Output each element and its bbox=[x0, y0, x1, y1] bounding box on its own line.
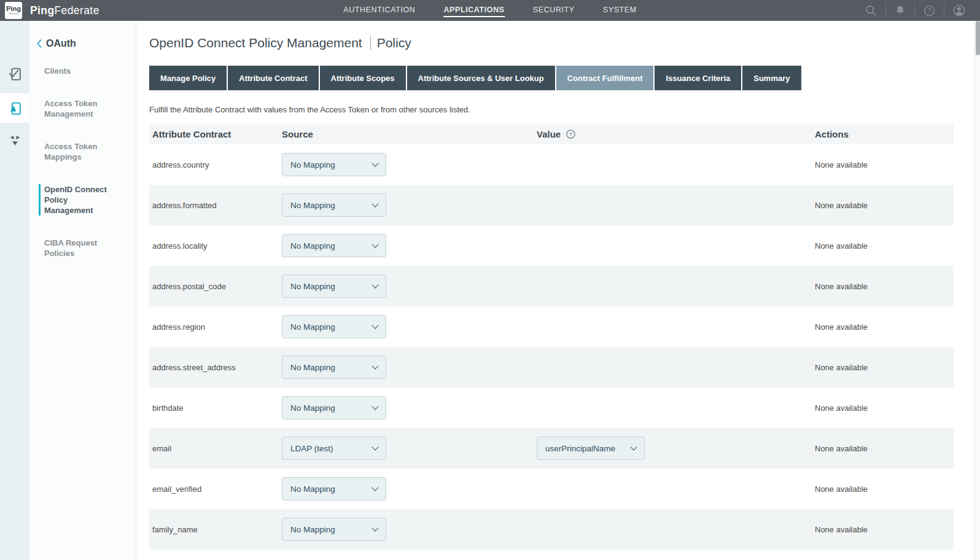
tab-label: Attribute Contract bbox=[239, 74, 307, 83]
source-dropdown-value: No Mapping bbox=[290, 484, 335, 494]
attribute-name: address.formatted bbox=[152, 201, 217, 210]
source-dropdown[interactable]: No Mapping bbox=[282, 153, 386, 176]
tab-label: Attribute Sources & User Lookup bbox=[418, 74, 544, 83]
sidebar-item-label: Access Token Mappings bbox=[44, 142, 97, 161]
table-row-email-verified: email_verified No Mapping None available bbox=[149, 469, 954, 509]
sidebar: OAuth ClientsAccess Token ManagementAcce… bbox=[29, 21, 136, 560]
access-token-icon-active[interactable] bbox=[0, 93, 29, 123]
table-row-address-locality: address.locality No Mapping None availab… bbox=[149, 225, 954, 266]
notifications-bell-icon[interactable] bbox=[886, 4, 914, 17]
value-dropdown[interactable]: userPrincipalName bbox=[537, 437, 645, 460]
logo-text: Ping bbox=[6, 6, 21, 12]
policy-tabs: Manage PolicyAttribute ContractAttribute… bbox=[149, 66, 980, 90]
sidebar-item-label: CIBA Request Policies bbox=[44, 238, 97, 258]
search-icon[interactable] bbox=[856, 4, 885, 17]
source-dropdown[interactable]: LDAP (test) bbox=[282, 437, 386, 460]
table-row-email: email LDAP (test) userPrincipalName None… bbox=[149, 428, 954, 469]
source-dropdown-value: No Mapping bbox=[290, 201, 335, 210]
source-dropdown[interactable]: No Mapping bbox=[282, 315, 386, 338]
mappings-icon[interactable] bbox=[0, 125, 29, 155]
attribute-name: address.street_address bbox=[152, 363, 236, 372]
logo-subtext: Identity bbox=[9, 12, 18, 15]
tab-issuance-criteria[interactable]: Issuance Criteria bbox=[655, 66, 741, 90]
sidebar-item-access-token-management[interactable]: Access Token Management bbox=[44, 98, 119, 119]
help-icon[interactable]: ? bbox=[915, 4, 944, 17]
header-actions: Actions bbox=[801, 129, 954, 139]
source-dropdown[interactable]: No Mapping bbox=[282, 274, 386, 298]
tab-attribute-scopes[interactable]: Attribute Scopes bbox=[320, 66, 406, 90]
table-row-address-country: address.country No Mapping None availabl… bbox=[149, 144, 954, 185]
attribute-name: birthdate bbox=[152, 403, 184, 413]
table-row-address-street-address: address.street_address No Mapping None a… bbox=[149, 347, 954, 387]
source-dropdown[interactable]: No Mapping bbox=[282, 234, 386, 257]
sidebar-item-label: Access Token Management bbox=[44, 99, 97, 119]
source-dropdown-value: No Mapping bbox=[290, 363, 335, 372]
page-title-text: OpenID Connect Policy Management bbox=[149, 36, 362, 50]
actions-text: None available bbox=[815, 525, 868, 534]
source-dropdown[interactable]: No Mapping bbox=[282, 193, 386, 217]
nav-item-label: SECURITY bbox=[533, 6, 575, 14]
page-title: OpenID Connect Policy Management Policy bbox=[149, 36, 980, 50]
sidebar-item-clients[interactable]: Clients bbox=[44, 66, 119, 76]
header-attribute-contract: Attribute Contract bbox=[149, 129, 279, 139]
actions-text: None available bbox=[815, 363, 868, 372]
value-help-icon[interactable]: ? bbox=[566, 130, 575, 139]
chevron-left-icon bbox=[36, 39, 42, 48]
svg-text:?: ? bbox=[928, 7, 931, 14]
attribute-name: email bbox=[152, 444, 171, 453]
tab-contract-fulfillment[interactable]: Contract Fulfillment bbox=[556, 66, 654, 90]
ping-identity-logo[interactable]: Ping Identity bbox=[5, 2, 22, 19]
source-dropdown[interactable]: No Mapping bbox=[282, 356, 386, 379]
source-dropdown[interactable]: No Mapping bbox=[282, 477, 386, 500]
chevron-down-icon bbox=[371, 362, 378, 369]
source-dropdown-value: No Mapping bbox=[290, 241, 335, 251]
table-row-family-name: family_name No Mapping None available bbox=[149, 509, 954, 550]
nav-item-label: APPLICATIONS bbox=[443, 6, 504, 14]
nav-item-label: SYSTEM bbox=[603, 6, 637, 14]
actions-text: None available bbox=[815, 201, 868, 210]
tab-summary[interactable]: Summary bbox=[742, 66, 801, 90]
chevron-down-icon bbox=[371, 200, 378, 207]
tab-label: Manage Policy bbox=[160, 74, 216, 83]
chevron-down-icon bbox=[371, 524, 378, 531]
tab-manage-policy[interactable]: Manage Policy bbox=[149, 66, 227, 90]
nav-item-authentication[interactable]: AUTHENTICATION bbox=[343, 4, 415, 17]
sidebar-item-openid-connect-policy-management[interactable]: OpenID Connect Policy Management bbox=[39, 184, 114, 216]
source-dropdown[interactable]: No Mapping bbox=[282, 518, 386, 541]
account-user-icon[interactable] bbox=[944, 4, 974, 17]
main-content: OpenID Connect Policy Management Policy … bbox=[136, 21, 980, 560]
icon-rail bbox=[0, 21, 29, 560]
nav-item-system[interactable]: SYSTEM bbox=[603, 4, 637, 17]
clients-clipboard-icon[interactable] bbox=[0, 59, 29, 88]
sidebar-item-ciba-request-policies[interactable]: CIBA Request Policies bbox=[44, 238, 119, 259]
chevron-down-icon bbox=[371, 484, 378, 491]
table-body: address.country No Mapping None availabl… bbox=[149, 144, 954, 550]
nav-item-security[interactable]: SECURITY bbox=[533, 4, 575, 17]
primary-nav: AUTHENTICATIONAPPLICATIONSSECURITYSYSTEM bbox=[343, 0, 637, 21]
sidebar-item-access-token-mappings[interactable]: Access Token Mappings bbox=[44, 141, 119, 162]
vertical-scrollbar[interactable] bbox=[974, 21, 980, 560]
product-name: PingFederate bbox=[30, 4, 99, 17]
table-header-row: Attribute Contract Source Value ? Action… bbox=[149, 123, 954, 144]
chevron-down-icon bbox=[371, 241, 378, 247]
nav-item-applications[interactable]: APPLICATIONS bbox=[443, 4, 504, 17]
tab-attribute-sources-user-lookup[interactable]: Attribute Sources & User Lookup bbox=[407, 66, 555, 90]
table-row-address-region: address.region No Mapping None available bbox=[149, 306, 954, 347]
source-dropdown-value: No Mapping bbox=[290, 525, 335, 534]
table-row-address-formatted: address.formatted No Mapping None availa… bbox=[149, 185, 954, 225]
actions-text: None available bbox=[815, 484, 868, 494]
attribute-name: address.postal_code bbox=[152, 282, 226, 291]
page-subtitle: Policy bbox=[377, 36, 411, 50]
actions-text: None available bbox=[815, 160, 868, 169]
chevron-down-icon bbox=[371, 443, 378, 450]
attribute-name: address.locality bbox=[152, 241, 208, 251]
sidebar-item-label: Clients bbox=[44, 66, 71, 76]
chevron-down-icon bbox=[371, 160, 378, 166]
page-description: Fulfill the Attribute Contract with valu… bbox=[149, 105, 980, 114]
tab-attribute-contract[interactable]: Attribute Contract bbox=[228, 66, 318, 90]
source-dropdown[interactable]: No Mapping bbox=[282, 396, 386, 419]
sidebar-back-oauth[interactable]: OAuth bbox=[29, 38, 136, 49]
fulfillment-table: Attribute Contract Source Value ? Action… bbox=[149, 123, 954, 550]
scrollbar-thumb[interactable] bbox=[976, 21, 980, 55]
sidebar-section-label: OAuth bbox=[46, 38, 76, 49]
